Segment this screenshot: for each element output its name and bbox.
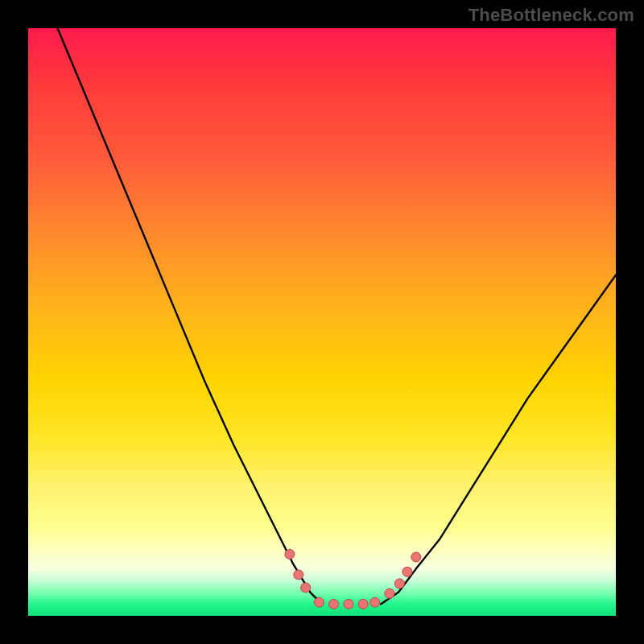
- curve-markers: [285, 549, 421, 609]
- curve-marker: [344, 599, 353, 609]
- curve-marker: [385, 588, 394, 598]
- curve-marker: [411, 552, 421, 562]
- curve-marker: [285, 549, 295, 559]
- chart-frame: TheBottleneck.com: [0, 0, 644, 644]
- watermark-text: TheBottleneck.com: [469, 5, 634, 26]
- curve-marker: [370, 597, 380, 607]
- curve-marker: [294, 570, 303, 580]
- chart-svg: [28, 28, 616, 616]
- curve-marker: [402, 567, 412, 576]
- curve-marker: [329, 599, 339, 609]
- curve-marker: [394, 579, 404, 588]
- curve-marker: [358, 599, 368, 609]
- curve-left-branch: [58, 28, 323, 604]
- curve-marker: [301, 583, 311, 592]
- plot-area: [28, 28, 616, 616]
- curve-marker: [314, 597, 324, 607]
